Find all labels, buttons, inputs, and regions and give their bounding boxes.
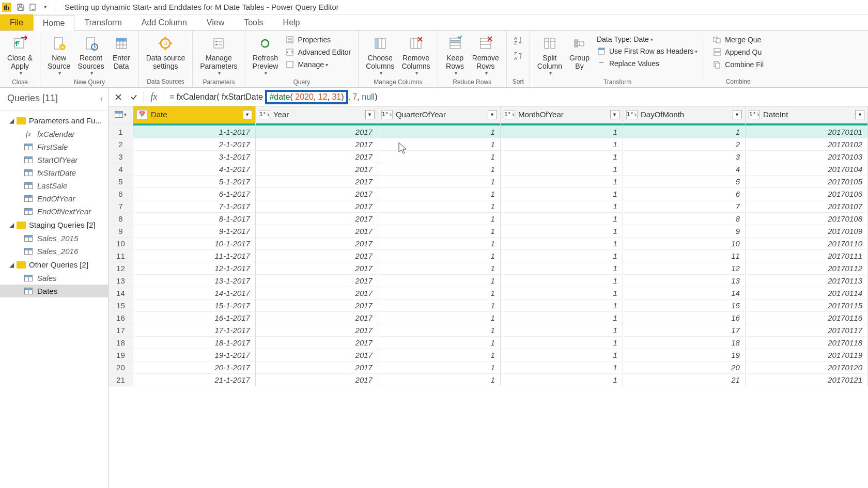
cell[interactable]: 19 — [623, 349, 745, 361]
table-row[interactable]: 77-1-2017201711720170107 — [109, 200, 868, 212]
row-number[interactable]: 18 — [109, 336, 133, 349]
tab-home[interactable]: Home — [33, 15, 75, 31]
cell[interactable]: 1 — [378, 311, 500, 324]
cell[interactable]: 9-1-2017 — [133, 225, 255, 237]
formula-input[interactable]: = fxCalendar( fxStartDate #date( 2020, 1… — [166, 89, 866, 105]
table-row[interactable]: 1515-1-20172017111520170115 — [109, 299, 868, 311]
cell[interactable]: 1 — [500, 175, 623, 187]
properties-button[interactable]: Properties — [282, 34, 354, 45]
manage-parameters-button[interactable]: Manage Parameters▾ — [197, 33, 240, 77]
data-grid[interactable]: ▾📅Date▾1²₃Year▾1²₃QuarterOfYear▾1²₃Month… — [109, 106, 868, 386]
cell[interactable]: 2017 — [255, 274, 378, 287]
tree-item-sales_2016[interactable]: Sales_2016 — [0, 245, 108, 258]
data-type-button[interactable]: Data Type: Date▾ — [594, 34, 701, 44]
cell[interactable]: 2017 — [255, 287, 378, 299]
table-row[interactable]: 1919-1-20172017111920170119 — [109, 349, 868, 361]
cell[interactable]: 20170116 — [745, 311, 867, 324]
cell[interactable]: 2 — [623, 138, 745, 150]
append-queries-button[interactable]: Append Qu — [709, 46, 767, 58]
cell[interactable]: 15-1-2017 — [133, 299, 255, 311]
split-column-button[interactable]: Split Column▾ — [534, 33, 565, 77]
cell[interactable]: 1 — [378, 237, 500, 249]
cell[interactable]: 14-1-2017 — [133, 287, 255, 299]
cancel-formula-button[interactable] — [111, 90, 126, 104]
cell[interactable]: 2017 — [255, 187, 378, 200]
cell[interactable]: 1 — [500, 262, 623, 274]
tab-tools[interactable]: Tools — [234, 14, 273, 30]
collapse-panel-icon[interactable]: ‹ — [100, 94, 103, 103]
manage-query-button[interactable]: Manage▾ — [282, 59, 354, 70]
cell[interactable]: 20170113 — [745, 274, 867, 287]
cell[interactable]: 3-1-2017 — [133, 150, 255, 163]
corner-cell[interactable]: ▾ — [109, 106, 133, 123]
number-type-icon[interactable]: 1²₃ — [259, 110, 270, 119]
cell[interactable]: 4 — [623, 163, 745, 175]
cell[interactable]: 16-1-2017 — [133, 311, 255, 324]
cell[interactable]: 2017 — [255, 373, 378, 386]
tree-item-fxstartdate[interactable]: fxStartDate — [0, 166, 108, 179]
cell[interactable]: 2017 — [255, 324, 378, 336]
column-header-quarterofyear[interactable]: 1²₃QuarterOfYear▾ — [378, 106, 500, 123]
cell[interactable]: 1 — [378, 175, 500, 187]
cell[interactable]: 1 — [378, 373, 500, 386]
merge-queries-button[interactable]: Merge Que — [709, 34, 767, 45]
fx-button[interactable]: fx — [146, 90, 162, 104]
cell[interactable]: 20170110 — [745, 237, 867, 249]
cell[interactable]: 13-1-2017 — [133, 274, 255, 287]
cell[interactable]: 2017 — [255, 349, 378, 361]
cell[interactable]: 2017 — [255, 311, 378, 324]
cell[interactable]: 10 — [623, 237, 745, 249]
cell[interactable]: 1 — [378, 187, 500, 200]
cell[interactable]: 1 — [500, 225, 623, 237]
table-row[interactable]: 33-1-2017201711320170103 — [109, 150, 868, 163]
cell[interactable]: 2017 — [255, 175, 378, 187]
row-number[interactable]: 2 — [109, 138, 133, 150]
refresh-preview-button[interactable]: Refresh Preview▾ — [250, 33, 282, 77]
tree-item-dates[interactable]: Dates — [0, 285, 108, 297]
cell[interactable]: 1 — [378, 336, 500, 349]
cell[interactable]: 2017 — [255, 200, 378, 212]
cell[interactable]: 18-1-2017 — [133, 336, 255, 349]
cell[interactable]: 14 — [623, 287, 745, 299]
cell[interactable]: 15 — [623, 299, 745, 311]
cell[interactable]: 1 — [500, 187, 623, 200]
cell[interactable]: 1 — [500, 150, 623, 163]
cell[interactable]: 11 — [623, 249, 745, 262]
cell[interactable]: 19-1-2017 — [133, 349, 255, 361]
table-row[interactable]: 1313-1-20172017111320170113 — [109, 274, 868, 287]
sort-asc-button[interactable]: AZ — [511, 33, 525, 48]
cell[interactable]: 1 — [378, 262, 500, 274]
row-number[interactable]: 20 — [109, 361, 133, 373]
row-number[interactable]: 3 — [109, 150, 133, 163]
close-apply-button[interactable]: Close & Apply▾ — [4, 33, 36, 77]
table-row[interactable]: 11-1-2017201711120170101 — [109, 125, 868, 138]
cell[interactable]: 17-1-2017 — [133, 324, 255, 336]
cell[interactable]: 2017 — [255, 138, 378, 150]
cell[interactable]: 20170104 — [745, 163, 867, 175]
row-number[interactable]: 19 — [109, 349, 133, 361]
number-type-icon[interactable]: 1²₃ — [381, 110, 393, 119]
enter-data-button[interactable]: Enter Data — [109, 33, 134, 77]
tab-add-column[interactable]: Add Column — [132, 14, 197, 30]
tab-help[interactable]: Help — [273, 14, 310, 30]
row-number[interactable]: 16 — [109, 311, 133, 324]
cell[interactable]: 1 — [500, 349, 623, 361]
combine-files-button[interactable]: Combine Fil — [709, 59, 767, 70]
first-row-headers-button[interactable]: Use First Row as Headers▾ — [594, 45, 701, 57]
cell[interactable]: 1 — [378, 349, 500, 361]
cell[interactable]: 1-1-2017 — [133, 125, 255, 138]
group-by-button[interactable]: Group By — [566, 33, 593, 77]
column-header-year[interactable]: 1²₃Year▾ — [255, 106, 378, 123]
recent-sources-button[interactable]: Recent Sources▾ — [74, 33, 107, 77]
cell[interactable]: 1 — [500, 299, 623, 311]
cell[interactable]: 6-1-2017 — [133, 187, 255, 200]
cell[interactable]: 20170111 — [745, 249, 867, 262]
row-number[interactable]: 8 — [109, 212, 133, 225]
filter-dropdown-icon[interactable]: ▾ — [610, 110, 619, 119]
row-number[interactable]: 9 — [109, 225, 133, 237]
table-row[interactable]: 1616-1-20172017111620170116 — [109, 311, 868, 324]
table-row[interactable]: 1717-1-20172017111720170117 — [109, 324, 868, 336]
cell[interactable]: 13 — [623, 274, 745, 287]
tree-group[interactable]: ◢Staging Queries [2] — [0, 218, 108, 232]
cell[interactable]: 2017 — [255, 336, 378, 349]
